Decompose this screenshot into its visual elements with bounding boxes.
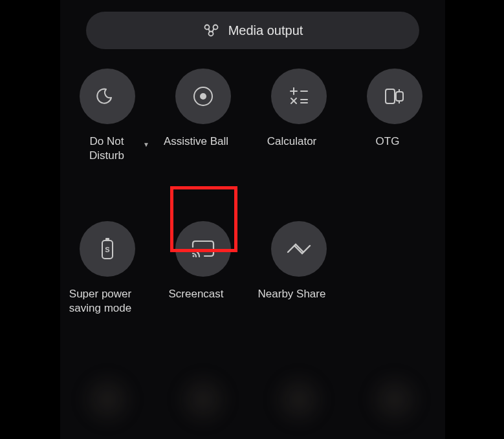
target-icon xyxy=(190,83,216,109)
tile-label: OTG xyxy=(345,134,430,149)
media-output-label: Media output xyxy=(228,23,303,38)
media-output-button[interactable]: Media output xyxy=(86,12,419,49)
moon-icon xyxy=(96,85,119,108)
tile-row-1: Do Not Disturb ▼ Assistive Ball xyxy=(80,69,429,163)
blurred-app-icon xyxy=(367,372,422,427)
tile-label: Super power saving mode xyxy=(58,287,142,316)
blurred-app-icon xyxy=(175,372,231,427)
cast-icon xyxy=(190,238,217,260)
tile-label: Assistive Ball xyxy=(154,134,238,149)
tile-do-not-disturb: Do Not Disturb ▼ xyxy=(80,69,135,163)
tile-screencast: Screencast xyxy=(175,221,231,316)
svg-rect-13 xyxy=(396,92,403,101)
svg-rect-17 xyxy=(105,238,109,241)
svg-point-19 xyxy=(193,255,195,257)
assistive-ball-toggle[interactable] xyxy=(175,69,231,124)
svg-text:S: S xyxy=(105,246,109,253)
blurred-app-icon xyxy=(271,372,327,427)
tile-super-power-saving: S Super power saving mode xyxy=(80,221,135,316)
tile-label: Screencast xyxy=(154,287,238,301)
otg-toggle[interactable] xyxy=(367,69,422,124)
calculator-button[interactable] xyxy=(271,69,327,124)
quick-tiles-grid: Do Not Disturb ▼ Assistive Ball xyxy=(80,69,429,374)
otg-icon xyxy=(382,85,408,108)
quick-settings-panel: Media output Do Not Disturb ▼ xyxy=(60,0,445,439)
tile-assistive-ball: Assistive Ball xyxy=(175,69,231,163)
calculator-icon xyxy=(288,85,310,107)
tile-row-2: S Super power saving mode xyxy=(80,221,429,316)
blurred-app-icon xyxy=(80,372,135,427)
tile-label: Nearby Share xyxy=(250,287,334,301)
battery-icon: S xyxy=(98,236,116,262)
svg-point-4 xyxy=(200,93,206,100)
super-power-saving-toggle[interactable]: S xyxy=(80,221,135,277)
nearby-share-icon xyxy=(285,241,312,257)
nearby-share-toggle[interactable] xyxy=(271,221,327,277)
tile-calculator: Calculator xyxy=(271,69,327,163)
background-dock-blur xyxy=(80,372,429,427)
do-not-disturb-toggle[interactable] xyxy=(80,69,135,124)
tile-label: Calculator xyxy=(250,134,334,149)
screencast-toggle[interactable] xyxy=(175,221,231,277)
tile-otg: OTG xyxy=(367,69,422,163)
svg-rect-12 xyxy=(386,89,395,103)
chevron-down-icon[interactable]: ▼ xyxy=(143,141,149,148)
tile-nearby-share: Nearby Share xyxy=(271,221,327,316)
media-output-icon xyxy=(203,23,221,37)
tile-label: Do Not Disturb xyxy=(78,134,136,163)
